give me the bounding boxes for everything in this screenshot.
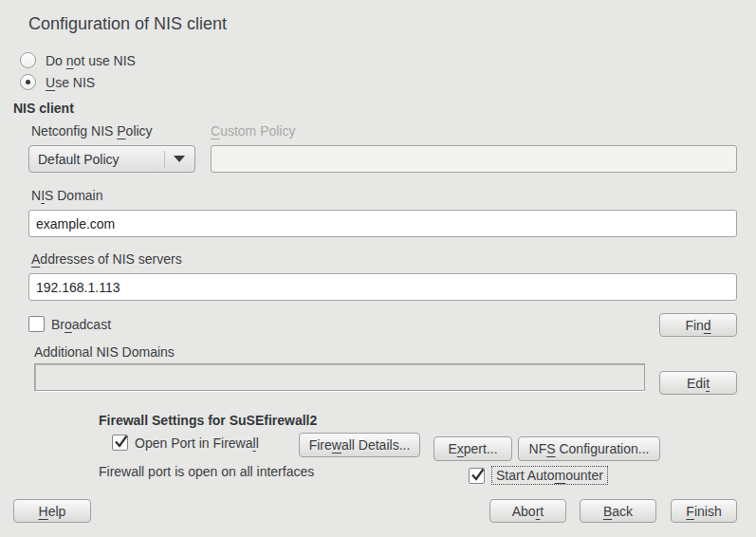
checkbox-icon bbox=[112, 435, 128, 451]
broadcast-label: Broadcast bbox=[51, 317, 111, 332]
edit-button[interactable]: Edit bbox=[659, 371, 737, 395]
radio-label: Do not use NIS bbox=[46, 53, 136, 68]
netconfig-policy-label: Netconfig NIS Policy bbox=[31, 123, 153, 139]
nis-servers-label: Addresses of NIS servers bbox=[31, 251, 182, 267]
open-port-checkbox[interactable]: Open Port in Firewall bbox=[112, 435, 259, 451]
additional-domains-label: Additional NIS Domains bbox=[34, 344, 175, 360]
nis-servers-input[interactable] bbox=[28, 273, 737, 301]
netconfig-policy-select[interactable]: Default Policy bbox=[28, 145, 195, 173]
dropdown-arrow-icon bbox=[174, 156, 185, 162]
broadcast-checkbox[interactable]: Broadcast bbox=[28, 316, 111, 332]
checkbox-icon bbox=[469, 468, 485, 484]
additional-domains-input bbox=[34, 363, 645, 391]
abort-button[interactable]: Abort bbox=[489, 499, 566, 523]
open-port-label: Open Port in Firewall bbox=[135, 435, 259, 451]
nis-domain-input[interactable] bbox=[28, 210, 737, 237]
nis-client-section-title: NIS client bbox=[13, 101, 74, 116]
start-automounter-label: Start Automounter bbox=[491, 466, 608, 485]
help-button[interactable]: Help bbox=[13, 499, 91, 523]
radio-label: Use NIS bbox=[46, 75, 95, 90]
firewall-details-button[interactable]: Firewall Details... bbox=[299, 433, 420, 457]
radio-icon bbox=[20, 74, 36, 90]
checkbox-icon bbox=[28, 316, 45, 332]
finish-button[interactable]: Finish bbox=[671, 499, 737, 523]
custom-policy-label: Custom Policy bbox=[211, 123, 295, 139]
firewall-section-title: Firewall Settings for SuSEfirewall2 bbox=[99, 413, 317, 428]
page-title: Configuration of NIS client bbox=[28, 14, 227, 34]
nfs-configuration-button[interactable]: NFS Configuration... bbox=[518, 436, 660, 461]
radio-do-not-use-nis[interactable]: Do not use NIS bbox=[20, 52, 136, 68]
firewall-status-text: Firewall port is open on all interfaces bbox=[99, 464, 314, 479]
back-button[interactable]: Back bbox=[580, 499, 656, 523]
find-button[interactable]: Find bbox=[659, 313, 737, 337]
nis-domain-label: NIS Domain bbox=[31, 188, 102, 203]
checkmark-icon bbox=[469, 466, 487, 484]
expert-button[interactable]: Expert... bbox=[433, 436, 512, 461]
nis-client-dialog: { "window": { "title": "Configuration of… bbox=[0, 0, 756, 537]
netconfig-policy-selected-value: Default Policy bbox=[38, 152, 164, 167]
checkmark-icon bbox=[112, 433, 130, 451]
custom-policy-input bbox=[211, 145, 737, 173]
start-automounter-checkbox[interactable]: Start Automounter bbox=[469, 466, 608, 485]
radio-use-nis[interactable]: Use NIS bbox=[20, 74, 95, 90]
radio-icon bbox=[20, 52, 36, 68]
